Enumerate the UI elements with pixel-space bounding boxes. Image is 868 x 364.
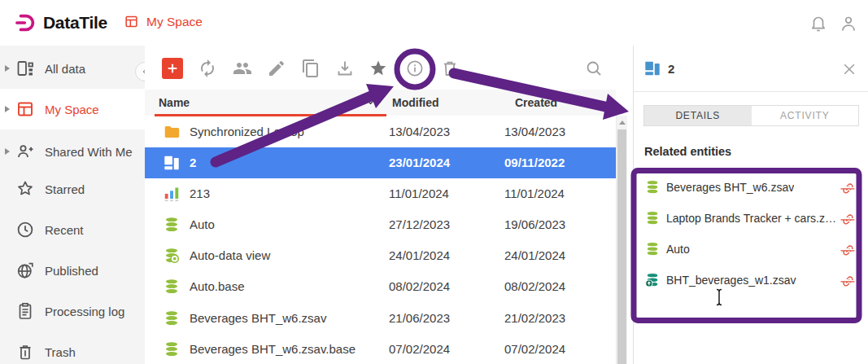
download-icon[interactable]	[335, 59, 355, 78]
search-icon[interactable]	[584, 59, 604, 78]
breadcrumb-label: My Space	[146, 15, 203, 29]
sidebar-item-trash[interactable]: Trash	[0, 331, 145, 364]
database-icon	[163, 216, 181, 234]
related-entity-row[interactable]: Beverages BHT_w6.zsav	[634, 172, 868, 203]
globe-icon	[15, 261, 35, 280]
dashboard-icon	[163, 154, 181, 172]
unlink-icon[interactable]	[839, 179, 855, 195]
related-entity-row[interactable]: BHT_beverages_w1.zsav	[634, 265, 868, 296]
table-header: Name Modified Created	[145, 90, 616, 116]
plus-icon	[166, 62, 179, 75]
bell-icon[interactable]	[809, 14, 828, 33]
table-row[interactable]: Auto-data view 24/01/2024 24/01/2024	[145, 240, 616, 271]
column-header-name[interactable]: Name	[159, 96, 190, 109]
info-icon[interactable]	[405, 59, 425, 78]
unlink-icon[interactable]	[839, 241, 855, 257]
trash-icon	[15, 342, 35, 362]
divider	[634, 91, 868, 92]
table-row[interactable]: Beverages BHT_w6.zsav.base 07/02/2024 07…	[145, 334, 616, 364]
expand-caret-icon[interactable]	[5, 148, 10, 155]
users-icon[interactable]	[233, 59, 252, 78]
top-bar: DataTile My Space	[0, 0, 868, 46]
star-filled-icon[interactable]	[369, 59, 388, 78]
sidebar-item-recent[interactable]: Recent	[0, 209, 145, 250]
related-entity-row[interactable]: Laptop Brands Tracker + cars.z…	[634, 203, 868, 234]
delete-icon[interactable]	[440, 59, 460, 78]
database-icon	[644, 241, 661, 257]
panel-title: 2	[668, 62, 674, 76]
board-icon	[15, 59, 35, 78]
column-header-modified[interactable]: Modified	[392, 96, 439, 109]
folder-icon	[163, 123, 181, 141]
table-row[interactable]: Synchronized Laptop 13/04/2023 13/04/202…	[145, 116, 616, 147]
dashboard-icon	[643, 59, 661, 77]
details-panel: 2 DETAILS ACTIVITY Related entities Beve…	[633, 46, 868, 364]
related-entity-row[interactable]: Auto	[634, 234, 868, 265]
sidebar-item-all-data[interactable]: All data	[0, 48, 145, 89]
person-add-icon	[15, 142, 35, 161]
database-icon	[644, 179, 661, 195]
star-icon	[15, 179, 35, 199]
text-cursor	[714, 288, 724, 306]
layout-icon	[15, 99, 35, 119]
file-browser: Name Modified Created Synchronized Lapto…	[145, 46, 633, 364]
clock-icon	[15, 220, 35, 239]
unlink-icon[interactable]	[839, 210, 855, 226]
table-row[interactable]: Beverages BHT_w6.zsav 21/06/2023 21/02/2…	[145, 303, 616, 334]
breadcrumb[interactable]: My Space	[124, 14, 203, 29]
file-list: Synchronized Laptop 13/04/2023 13/04/202…	[145, 116, 616, 364]
scrollbar-thumb[interactable]	[617, 129, 626, 364]
column-header-created[interactable]: Created	[515, 96, 557, 109]
close-icon[interactable]	[841, 61, 857, 77]
sidebar-item-my-space[interactable]: My Space	[0, 89, 145, 129]
related-entities-heading: Related entities	[644, 145, 731, 158]
edit-icon[interactable]	[267, 59, 286, 78]
database-icon	[644, 210, 661, 226]
tab-details[interactable]: DETAILS	[644, 106, 752, 125]
sidebar-item-processing-log[interactable]: Processing log	[0, 291, 145, 331]
my-space-icon	[124, 14, 139, 29]
table-row-selected[interactable]: 2 23/01/2024 09/11/2022	[145, 147, 616, 178]
database-icon	[163, 340, 181, 358]
database-icon	[163, 278, 181, 296]
copy-icon[interactable]	[301, 59, 321, 78]
expand-caret-icon[interactable]	[5, 65, 10, 72]
expand-caret-icon[interactable]	[5, 106, 10, 112]
refresh-icon[interactable]	[198, 59, 217, 78]
database-published-icon	[644, 272, 661, 288]
unlink-icon[interactable]	[839, 272, 855, 288]
app-logo: DataTile	[15, 11, 107, 34]
vertical-scrollbar[interactable]	[616, 116, 627, 364]
table-row[interactable]: Auto.base 08/02/2024 08/02/2024	[145, 271, 616, 302]
add-button[interactable]	[162, 58, 183, 79]
scroll-up-arrow[interactable]	[619, 121, 626, 125]
sidebar-item-starred[interactable]: Starred	[0, 169, 145, 209]
related-entities-list: Beverages BHT_w6.zsav Laptop Brands Trac…	[634, 172, 868, 296]
tab-activity[interactable]: ACTIVITY	[752, 106, 859, 125]
brand-name: DataTile	[43, 13, 107, 33]
sidebar-item-published[interactable]: Published	[0, 250, 145, 291]
user-icon[interactable]	[839, 14, 858, 33]
bar-chart-icon	[163, 185, 181, 203]
table-row[interactable]: 213 11/01/2024 11/01/2024	[145, 178, 616, 209]
database-view-icon	[163, 247, 181, 265]
sidebar: All data My Space Shared With Me Starred	[0, 46, 146, 364]
table-row[interactable]: Auto 27/12/2023 19/06/2023	[145, 209, 616, 240]
datatile-logo-icon	[15, 11, 37, 34]
clipboard-icon	[15, 301, 35, 321]
sort-desc-icon[interactable]	[364, 96, 377, 108]
sidebar-item-shared-with-me[interactable]: Shared With Me	[0, 131, 145, 172]
database-icon	[163, 309, 181, 327]
panel-tabs: DETAILS ACTIVITY	[643, 105, 859, 126]
